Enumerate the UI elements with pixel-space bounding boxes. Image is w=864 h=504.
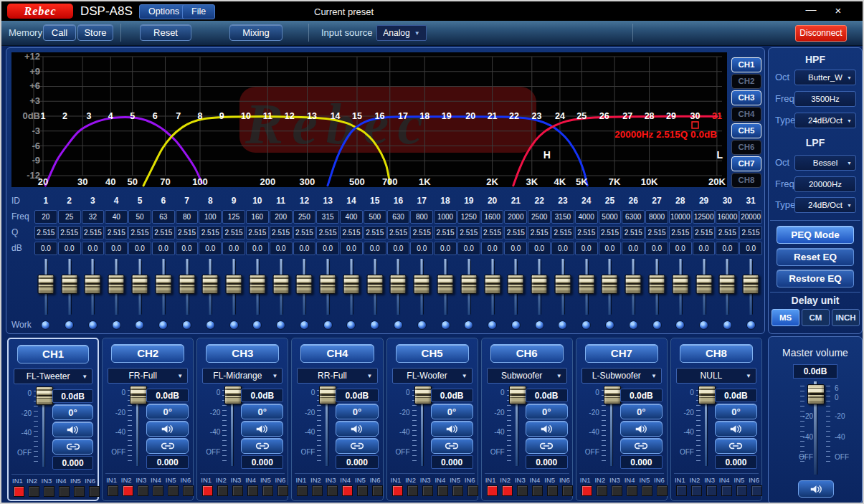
level-slider-ch8[interactable] xyxy=(698,386,716,404)
band-number-17[interactable]: 17 xyxy=(398,111,408,121)
band-db-field-2[interactable]: 0.0 xyxy=(58,242,81,255)
band-number-26[interactable]: 26 xyxy=(599,111,609,121)
master-mute-button[interactable] xyxy=(798,480,834,498)
delay-unit-inch-button[interactable]: INCH xyxy=(832,309,860,326)
source-select-ch7[interactable]: L-Subwoofer▼ xyxy=(581,368,662,384)
input-select-ch1-in5[interactable] xyxy=(74,486,85,497)
input-select-ch5-in6[interactable] xyxy=(467,485,478,496)
band-q-field-31[interactable]: 2.515 xyxy=(739,226,762,239)
gain-value-ch8[interactable]: 0.0dB xyxy=(715,389,757,402)
band-db-field-7[interactable]: 0.0 xyxy=(176,242,199,255)
input-select-ch4-in3[interactable] xyxy=(327,485,338,496)
link-button-ch7[interactable] xyxy=(620,438,663,454)
band-number-7[interactable]: 7 xyxy=(176,111,181,121)
band-q-field-5[interactable]: 2.515 xyxy=(128,226,151,239)
band-q-field-20[interactable]: 2.515 xyxy=(481,226,504,239)
band-freq-field-29[interactable]: 12500 xyxy=(693,210,716,224)
band-db-field-13[interactable]: 0.0 xyxy=(316,242,339,255)
input-select-ch7-in4[interactable] xyxy=(627,485,637,496)
mute-button-ch7[interactable] xyxy=(620,421,663,437)
band-db-field-29[interactable]: 0.0 xyxy=(693,242,716,255)
level-slider-ch3[interactable] xyxy=(224,386,242,404)
delay-unit-cm-button[interactable]: CM xyxy=(802,309,830,326)
band-db-field-3[interactable]: 0.0 xyxy=(82,242,105,255)
band-freq-field-31[interactable]: 20000 xyxy=(739,210,762,224)
level-slider-ch5[interactable] xyxy=(414,386,432,404)
band-db-field-14[interactable]: 0.0 xyxy=(340,242,363,255)
band-db-field-8[interactable]: 0.0 xyxy=(199,242,222,255)
source-select-ch3[interactable]: FL-Midrange▼ xyxy=(202,368,283,384)
delay-value-ch2[interactable]: 0.000 xyxy=(146,455,189,469)
eq-gain-slider-8[interactable] xyxy=(202,275,219,294)
level-slider-ch4[interactable] xyxy=(319,386,336,404)
band-q-field-11[interactable]: 2.515 xyxy=(270,226,293,239)
input-select-ch6-in4[interactable] xyxy=(532,485,543,496)
source-select-ch2[interactable]: FR-Full▼ xyxy=(108,368,188,384)
band-freq-field-19[interactable]: 1250 xyxy=(457,210,480,224)
input-select-ch5-in5[interactable] xyxy=(452,485,463,496)
mute-button-ch2[interactable] xyxy=(146,421,189,437)
eq-gain-slider-9[interactable] xyxy=(226,275,242,294)
input-select-ch7-in1[interactable] xyxy=(581,485,592,496)
band-number-19[interactable]: 19 xyxy=(442,111,452,121)
eq-gain-slider-26[interactable] xyxy=(625,275,642,294)
eq-gain-slider-10[interactable] xyxy=(249,275,265,294)
eq-gain-slider-21[interactable] xyxy=(508,275,524,294)
gain-value-ch5[interactable]: 0.0dB xyxy=(431,389,473,402)
band-db-field-6[interactable]: 0.0 xyxy=(152,242,175,255)
eq-gain-slider-17[interactable] xyxy=(414,275,430,294)
input-select-ch1-in6[interactable] xyxy=(89,486,100,497)
band-number-21[interactable]: 21 xyxy=(488,111,498,121)
band-db-field-10[interactable]: 0.0 xyxy=(246,242,269,255)
channel-button-ch2[interactable]: CH2 xyxy=(111,344,184,363)
band-q-field-25[interactable]: 2.515 xyxy=(599,226,622,239)
eq-gain-slider-28[interactable] xyxy=(672,275,688,294)
eq-gain-slider-30[interactable] xyxy=(719,275,736,294)
link-button-ch1[interactable] xyxy=(52,439,93,455)
link-button-ch2[interactable] xyxy=(146,438,189,454)
band-freq-field-5[interactable]: 50 xyxy=(128,210,151,224)
eq-gain-slider-24[interactable] xyxy=(578,275,594,294)
band-number-6[interactable]: 6 xyxy=(153,111,158,121)
band-number-15[interactable]: 15 xyxy=(352,111,362,121)
peq-mode-button[interactable]: PEQ Mode xyxy=(777,226,854,244)
link-button-ch3[interactable] xyxy=(241,438,283,454)
band-freq-field-1[interactable]: 20 xyxy=(34,210,57,224)
input-select-ch6-in5[interactable] xyxy=(547,485,558,496)
mute-button-ch4[interactable] xyxy=(336,421,378,437)
band-freq-field-7[interactable]: 80 xyxy=(176,210,199,224)
reset-eq-button[interactable]: Reset EQ xyxy=(777,248,854,266)
band-db-field-22[interactable]: 0.0 xyxy=(528,242,551,255)
memory-store-button[interactable]: Store xyxy=(77,24,113,41)
eq-gain-slider-27[interactable] xyxy=(649,275,665,294)
lpf-type-select[interactable]: 24dB/Oct▼ xyxy=(794,197,856,213)
phase-button-ch5[interactable]: 0° xyxy=(431,404,473,419)
input-select-ch1-in1[interactable] xyxy=(14,486,24,497)
input-select-ch6-in3[interactable] xyxy=(517,485,528,496)
band-db-field-5[interactable]: 0.0 xyxy=(128,242,151,255)
input-select-ch7-in6[interactable] xyxy=(657,485,668,496)
lpf-freq-input[interactable]: 20000Hz xyxy=(794,176,856,192)
master-volume-value[interactable]: 0.0dB xyxy=(793,364,837,379)
band-db-field-21[interactable]: 0.0 xyxy=(504,242,527,255)
band-number-1[interactable]: 1 xyxy=(41,111,46,121)
band-q-field-10[interactable]: 2.515 xyxy=(246,226,269,239)
graph-channel-toggle-ch4[interactable]: CH4 xyxy=(731,107,761,122)
band-number-11[interactable]: 11 xyxy=(263,111,272,121)
band-freq-field-22[interactable]: 2500 xyxy=(528,210,551,224)
eq-gain-slider-1[interactable] xyxy=(37,275,54,294)
gain-value-ch3[interactable]: 0.0dB xyxy=(241,389,283,402)
graph-channel-toggle-ch5[interactable]: CH5 xyxy=(731,123,761,138)
band-db-field-31[interactable]: 0.0 xyxy=(739,242,762,255)
band-number-20[interactable]: 20 xyxy=(465,111,475,121)
band-q-field-12[interactable]: 2.515 xyxy=(293,226,316,239)
input-select-ch8-in4[interactable] xyxy=(721,485,732,496)
eq-gain-slider-14[interactable] xyxy=(343,275,359,294)
band-db-field-27[interactable]: 0.0 xyxy=(645,242,668,255)
graph-channel-toggle-ch6[interactable]: CH6 xyxy=(731,140,761,155)
band-freq-field-2[interactable]: 25 xyxy=(58,210,81,224)
eq-gain-slider-31[interactable] xyxy=(743,275,759,294)
band-q-field-8[interactable]: 2.515 xyxy=(199,226,222,239)
phase-button-ch4[interactable]: 0° xyxy=(336,404,378,419)
band-freq-field-10[interactable]: 160 xyxy=(246,210,269,224)
